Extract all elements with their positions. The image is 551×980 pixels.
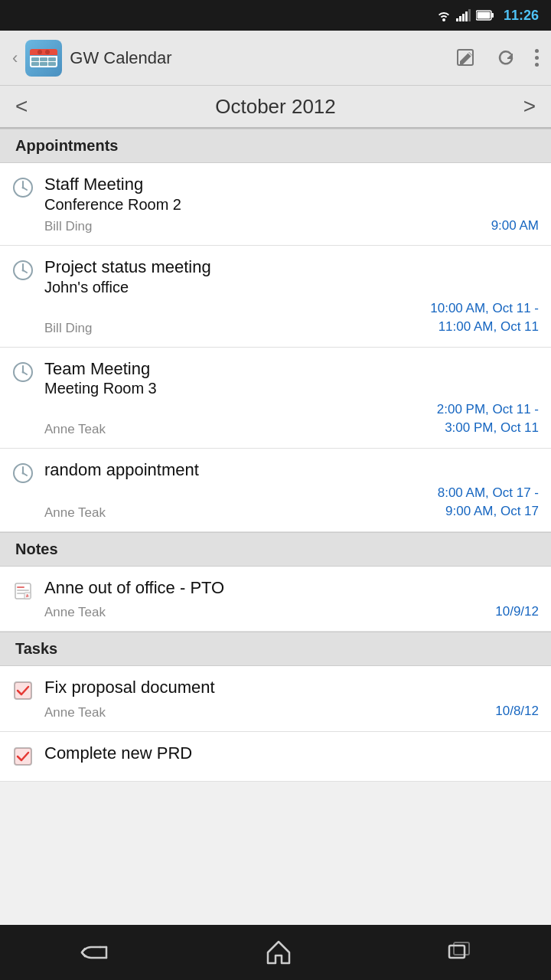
note-pto-time: 10/9/12 <box>495 603 539 621</box>
task-fix-proposal-title: Fix proposal document <box>44 677 539 699</box>
refresh-icon[interactable] <box>495 47 517 69</box>
team-meeting-meta: Anne Teak <box>44 422 106 437</box>
svg-rect-26 <box>17 586 24 588</box>
svg-point-24 <box>22 472 24 474</box>
random-appointment-title: random appointment <box>44 459 539 482</box>
content-area: Appointments Staff Meeting Conference Ro… <box>0 129 551 925</box>
status-time: 11:26 <box>504 8 539 24</box>
note-icon <box>12 580 34 605</box>
team-meeting-content: Team Meeting Meeting Room 3 Anne Teak 2:… <box>44 358 539 437</box>
task-fix-proposal-bottom: Anne Teak 10/8/12 <box>44 701 539 720</box>
svg-rect-27 <box>17 590 29 591</box>
appointments-section-header: Appointments <box>0 129 551 163</box>
status-bar: 11:26 <box>0 0 551 31</box>
checkbox-checked-icon-1 <box>12 680 34 704</box>
svg-rect-7 <box>477 12 490 19</box>
clock-icon-1 <box>12 177 34 201</box>
random-appointment-time: 8:00 AM, Oct 17 - 9:00 AM, Oct 17 <box>438 484 539 521</box>
svg-rect-1 <box>459 16 461 21</box>
note-pto-bottom: Anne Teak 10/9/12 <box>44 601 539 621</box>
back-button[interactable]: ‹ <box>12 48 18 68</box>
svg-rect-36 <box>449 946 465 958</box>
edit-icon[interactable] <box>455 47 477 69</box>
task-fix-proposal-content: Fix proposal document Anne Teak 10/8/12 <box>44 677 539 720</box>
project-status-title: Project status meeting <box>44 256 539 279</box>
svg-rect-37 <box>454 942 469 955</box>
app-bar-left: ‹ GW Calendar <box>12 40 455 77</box>
project-status-time: 10:00 AM, Oct 11 - 11:00 AM, Oct 11 <box>430 299 539 336</box>
signal-icon <box>456 9 471 21</box>
clock-icon-2 <box>12 260 34 284</box>
app-title: GW Calendar <box>70 48 171 68</box>
staff-meeting-content: Staff Meeting Conference Room 2 Bill Din… <box>44 174 539 234</box>
staff-meeting-title: Staff Meeting <box>44 174 539 196</box>
month-title: October 2012 <box>215 95 336 119</box>
notes-section-header: Notes <box>0 532 551 567</box>
task-complete-prd-title: Complete new PRD <box>44 743 539 765</box>
app-bar-actions <box>455 47 539 69</box>
nav-back-button[interactable] <box>77 941 111 964</box>
tasks-section-header: Tasks <box>0 632 551 666</box>
checkbox-checked-icon-2 <box>12 746 34 770</box>
staff-meeting-meta: Bill Ding <box>44 219 92 234</box>
task-complete-prd-content: Complete new PRD <box>44 743 539 765</box>
svg-rect-6 <box>491 13 494 18</box>
month-nav: < October 2012 > <box>0 86 551 129</box>
battery-icon <box>476 10 494 21</box>
team-meeting-title: Team Meeting <box>44 358 539 381</box>
task-fix-proposal-time: 10/8/12 <box>495 702 539 720</box>
random-appointment-bottom: Anne Teak 8:00 AM, Oct 17 - 9:00 AM, Oct… <box>44 482 539 521</box>
status-icons <box>436 9 494 21</box>
team-meeting-bottom: Anne Teak 2:00 PM, Oct 11 - 3:00 PM, Oct… <box>44 399 539 437</box>
svg-point-16 <box>22 270 24 272</box>
clock-icon-4 <box>12 462 34 487</box>
task-item-complete-prd[interactable]: Complete new PRD <box>0 732 551 782</box>
project-status-bottom: Bill Ding 10:00 AM, Oct 11 - 11:00 AM, O… <box>44 298 539 336</box>
svg-rect-3 <box>465 11 468 21</box>
notes-label: Notes <box>15 541 58 557</box>
prev-month-button[interactable]: < <box>15 94 28 119</box>
team-meeting-subtitle: Meeting Room 3 <box>44 380 539 397</box>
svg-marker-35 <box>268 942 289 963</box>
appointment-item-team-meeting[interactable]: Team Meeting Meeting Room 3 Anne Teak 2:… <box>0 348 551 449</box>
task-fix-proposal-meta: Anne Teak <box>44 705 106 720</box>
appointments-label: Appointments <box>15 137 118 154</box>
nav-home-button[interactable] <box>265 939 292 966</box>
next-month-button[interactable]: > <box>523 94 536 119</box>
more-menu-icon[interactable] <box>535 49 539 67</box>
wifi-icon <box>436 9 452 21</box>
random-appointment-meta: Anne Teak <box>44 505 106 521</box>
clock-icon-3 <box>12 361 34 386</box>
note-pto-title: Anne out of office - PTO <box>44 577 539 599</box>
svg-point-20 <box>22 371 24 373</box>
note-item-anne-pto[interactable]: Anne out of office - PTO Anne Teak 10/9/… <box>0 567 551 632</box>
task-item-fix-proposal[interactable]: Fix proposal document Anne Teak 10/8/12 <box>0 666 551 731</box>
nav-recent-button[interactable] <box>446 941 474 964</box>
project-status-content: Project status meeting John's office Bil… <box>44 256 539 335</box>
svg-rect-2 <box>462 14 465 21</box>
note-pto-content: Anne out of office - PTO Anne Teak 10/9/… <box>44 577 539 620</box>
staff-meeting-bottom: Bill Ding 9:00 AM <box>44 215 539 235</box>
staff-meeting-subtitle: Conference Room 2 <box>44 196 539 214</box>
project-status-meta: Bill Ding <box>44 321 92 336</box>
svg-point-12 <box>22 187 24 189</box>
note-pto-meta: Anne Teak <box>44 605 106 620</box>
appointment-item-random[interactable]: random appointment Anne Teak 8:00 AM, Oc… <box>0 449 551 532</box>
nav-bar <box>0 925 551 980</box>
tasks-label: Tasks <box>15 640 57 657</box>
team-meeting-time: 2:00 PM, Oct 11 - 3:00 PM, Oct 11 <box>437 400 539 437</box>
appointment-item-project-status[interactable]: Project status meeting John's office Bil… <box>0 246 551 347</box>
project-status-subtitle: John's office <box>44 279 539 296</box>
svg-rect-0 <box>456 18 458 21</box>
svg-rect-4 <box>468 9 471 21</box>
appointment-item-staff-meeting[interactable]: Staff Meeting Conference Room 2 Bill Din… <box>0 163 551 246</box>
staff-meeting-time: 9:00 AM <box>491 217 539 235</box>
app-bar: ‹ GW Calendar <box>0 31 551 86</box>
random-appointment-content: random appointment Anne Teak 8:00 AM, Oc… <box>44 459 539 521</box>
app-icon <box>25 40 62 77</box>
